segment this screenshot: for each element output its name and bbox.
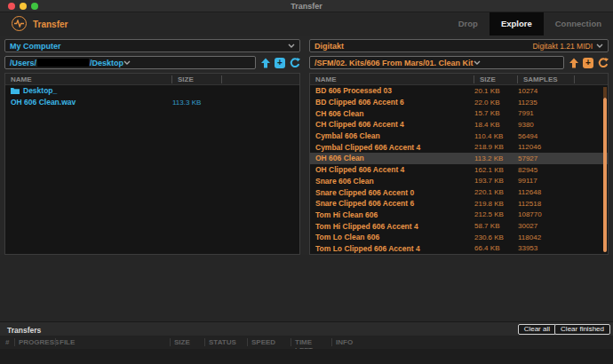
file-row[interactable]: CH 606 Clean15.7 KB7991	[310, 107, 608, 119]
file-row[interactable]: Snare 606 Clean193.7 KB99117	[310, 176, 608, 187]
device-path-select[interactable]: /SFM/02. Kits/606 From Mars/01. Clean Ki…	[309, 56, 564, 69]
tab-drop[interactable]: Drop	[447, 12, 490, 36]
titlebar: Transfer	[0, 0, 613, 12]
device-browser-panel: Digitakt Digitakt 1.21 MIDI /SFM/02. Kit…	[309, 36, 609, 255]
source-select[interactable]: My Computer	[4, 39, 300, 52]
transfers-title: Transfers	[7, 326, 41, 335]
up-directory-button[interactable]	[568, 57, 579, 68]
transfers-column-header[interactable]: INFO	[331, 338, 613, 346]
plus-icon: +	[585, 58, 591, 67]
local-file-rows: Desktop_ OH 606 Clean.wav113.3 KB	[5, 85, 299, 254]
file-row[interactable]: BD Clipped 606 Accent 622.0 KB11235	[310, 97, 608, 108]
transfers-column-header[interactable]: SPEED	[247, 338, 291, 346]
device-path-value: /SFM/02. Kits/606 From Mars/01. Clean Ki…	[314, 59, 474, 67]
file-row[interactable]: OH 606 Clean113.2 KB57927	[310, 153, 608, 164]
device-path-row: /SFM/02. Kits/606 From Mars/01. Clean Ki…	[309, 56, 609, 69]
file-row[interactable]: Snare Clipped 606 Accent 0220.1 KB112648	[310, 186, 608, 198]
transfers-column-header[interactable]: TIME LEFT	[291, 338, 331, 346]
file-row[interactable]: Cymbal 606 Clean110.4 KB56494	[310, 131, 608, 142]
column-header-name[interactable]: NAME	[5, 75, 172, 83]
refresh-icon	[598, 58, 609, 68]
file-row[interactable]: Snare Clipped 606 Accent 6219.8 KB112518	[310, 198, 608, 210]
transfer-window: Transfer Transfer Drop Explore Connectio…	[0, 0, 613, 364]
transfers-column-header[interactable]: SIZE	[170, 338, 204, 346]
device-toolbar: +	[568, 56, 609, 69]
refresh-button[interactable]	[597, 57, 609, 68]
redacted-username	[37, 59, 89, 67]
file-row[interactable]: OH Clipped 606 Accent 4162.1 KB82945	[310, 164, 608, 176]
clear-all-button[interactable]: Clear all	[518, 324, 556, 335]
new-folder-button[interactable]: +	[583, 58, 593, 68]
file-row[interactable]: Cymbal Clipped 606 Accent 4218.9 KB11204…	[310, 141, 608, 153]
up-arrow-icon	[569, 58, 579, 68]
local-path-suffix: /Desktop	[90, 59, 123, 67]
scrollbar[interactable]	[603, 85, 607, 253]
local-browser-panel: My Computer /Users//Desktop + N	[4, 36, 300, 255]
local-toolbar: +	[259, 56, 300, 69]
source-select-value: My Computer	[10, 42, 61, 51]
app-header: Transfer Drop Explore Connection	[0, 12, 613, 36]
file-row[interactable]: Tom Lo Clipped 606 Accent 466.4 KB33953	[310, 243, 608, 254]
file-row[interactable]: BD 606 Processed 0320.1 KB10274	[310, 85, 608, 97]
file-row[interactable]: CH Clipped 606 Accent 418.4 KB9380	[310, 119, 608, 131]
local-path-select[interactable]: /Users//Desktop	[4, 56, 256, 69]
plus-icon: +	[277, 58, 283, 67]
device-list-header: NAME SIZE SAMPLES	[310, 74, 608, 85]
local-path-prefix: /Users/	[10, 59, 36, 67]
device-select[interactable]: Digitakt Digitakt 1.21 MIDI	[309, 39, 609, 52]
transfers-header: #PROGRESSFILESIZESTATUSSPEEDTIME LEFTINF…	[0, 336, 613, 349]
preview-section: Auto Preview 100 File: OH 606 Clean.wavL…	[0, 255, 613, 321]
file-row[interactable]: Tom Hi Clean 606212.5 KB108770	[310, 210, 608, 221]
tab-connection[interactable]: Connection	[544, 12, 613, 36]
device-select-value: Digitakt	[314, 42, 344, 51]
column-header-size[interactable]: SIZE	[172, 75, 222, 83]
clear-finished-button[interactable]: Clear finished	[554, 324, 610, 335]
folder-icon	[11, 87, 20, 94]
scrollbar-track-cap	[603, 87, 607, 98]
refresh-icon	[290, 58, 300, 68]
chevron-down-icon	[474, 60, 481, 65]
transfers-bar: Transfers Clear all Clear finished	[0, 321, 613, 336]
transfers-column-header[interactable]: FILE	[55, 338, 170, 346]
file-row[interactable]: Desktop_	[5, 85, 299, 97]
transfers-column-header[interactable]: #	[0, 338, 14, 346]
refresh-button[interactable]	[289, 57, 300, 68]
local-path-row: /Users//Desktop +	[4, 56, 300, 69]
up-arrow-icon	[260, 58, 271, 68]
chevron-down-icon	[288, 44, 295, 48]
file-row[interactable]: OH 606 Clean.wav113.3 KB	[5, 97, 299, 108]
local-list-header: NAME SIZE	[5, 74, 299, 85]
new-folder-button[interactable]: +	[275, 58, 285, 68]
column-header-samples[interactable]: SAMPLES	[518, 75, 575, 83]
transfers-column-header[interactable]: STATUS	[204, 338, 247, 346]
transfers-body	[0, 349, 613, 364]
column-header-size[interactable]: SIZE	[474, 75, 518, 83]
scrollbar-thumb[interactable]	[603, 98, 607, 252]
chevron-down-icon	[596, 44, 603, 48]
app-name: Transfer	[33, 20, 68, 29]
device-version: Digitakt 1.21 MIDI	[532, 42, 593, 51]
chevron-down-icon	[123, 60, 131, 65]
file-row[interactable]: Tom Lo Clean 606230.6 KB118042	[310, 232, 608, 243]
tab-explore[interactable]: Explore	[490, 12, 544, 36]
transfer-logo-icon	[12, 16, 27, 31]
local-file-list: NAME SIZE Desktop_ OH 606 Clean.wav113.3…	[4, 73, 300, 255]
file-row[interactable]: Tom Hi Clipped 606 Accent 458.7 KB30027	[310, 220, 608, 232]
device-file-list: NAME SIZE SAMPLES BD 606 Processed 0320.…	[309, 73, 609, 255]
device-file-rows: BD 606 Processed 0320.1 KB10274 BD Clipp…	[310, 85, 608, 254]
window-title: Transfer	[0, 2, 613, 11]
tab-bar: Drop Explore Connection	[447, 12, 613, 36]
up-directory-button[interactable]	[259, 57, 271, 68]
column-header-name[interactable]: NAME	[310, 75, 474, 83]
transfers-column-header[interactable]: PROGRESS	[14, 338, 55, 346]
